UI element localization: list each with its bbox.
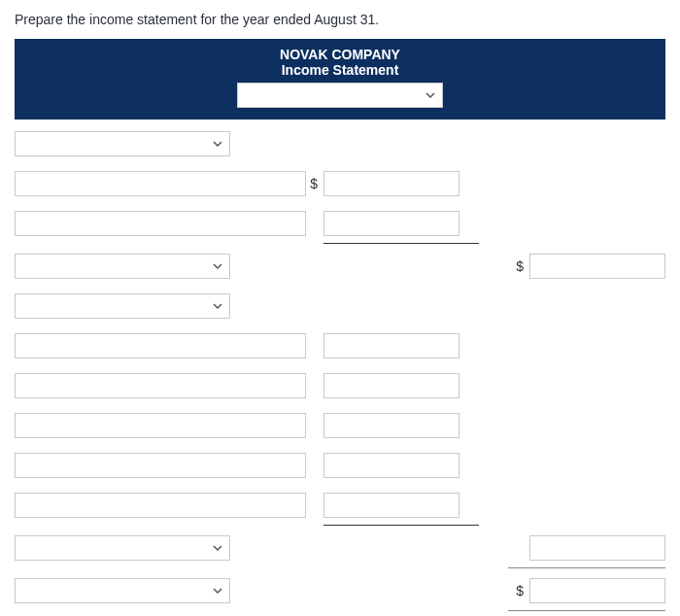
line1-label-input[interactable] (15, 171, 306, 196)
revenue-section-select[interactable] (15, 131, 230, 156)
total-expenses-value-input[interactable] (529, 535, 665, 561)
exp2-label-input[interactable] (15, 373, 306, 398)
total-revenue-select[interactable] (15, 254, 230, 279)
form-area: $ $ (15, 120, 665, 616)
expenses-section-select[interactable] (15, 293, 230, 319)
chevron-down-icon (212, 138, 223, 150)
exp4-value-input[interactable] (323, 453, 459, 478)
line2-label-input[interactable] (15, 211, 306, 236)
exp4-label-input[interactable] (15, 453, 306, 478)
right-subtotal-underline (508, 567, 665, 568)
net-income-value-input[interactable] (529, 578, 665, 603)
dollar-sign: $ (230, 258, 529, 274)
statement-header: NOVAK COMPANY Income Statement (15, 39, 665, 120)
dollar-sign: $ (230, 583, 529, 599)
chevron-down-icon (425, 89, 436, 101)
total-expenses-select[interactable] (15, 535, 230, 561)
chevron-down-icon (212, 260, 223, 272)
instruction-text: Prepare the income statement for the yea… (15, 12, 665, 27)
period-select[interactable] (237, 83, 443, 108)
exp1-label-input[interactable] (15, 333, 306, 359)
total-revenue-value-input[interactable] (529, 254, 665, 279)
chevron-down-icon (212, 300, 223, 312)
chevron-down-icon (212, 542, 223, 554)
line2-value-input[interactable] (323, 211, 459, 236)
exp3-value-input[interactable] (323, 413, 459, 438)
line1-value-input[interactable] (323, 171, 459, 196)
statement-title: Income Statement (15, 62, 665, 78)
exp1-value-input[interactable] (323, 333, 459, 359)
chevron-down-icon (212, 585, 223, 597)
company-name: NOVAK COMPANY (15, 47, 665, 62)
exp5-value-input[interactable] (323, 493, 459, 518)
subtotal-underline (323, 243, 479, 244)
net-income-select[interactable] (15, 578, 230, 603)
exp3-label-input[interactable] (15, 413, 306, 438)
net-underline-1 (508, 610, 665, 611)
exp2-value-input[interactable] (323, 373, 459, 398)
expenses-subtotal-underline (323, 525, 479, 526)
exp5-label-input[interactable] (15, 493, 306, 518)
dollar-sign: $ (306, 176, 323, 191)
